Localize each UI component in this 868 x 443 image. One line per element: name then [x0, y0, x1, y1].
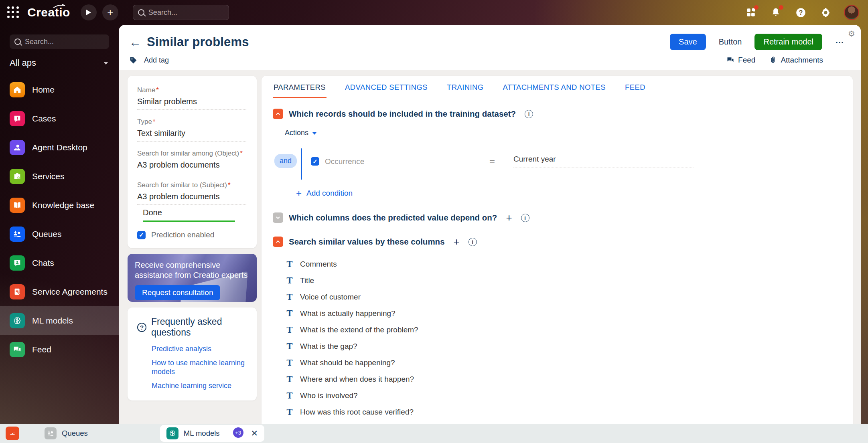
global-search-input[interactable] — [148, 8, 224, 17]
participant-avatars: +3 — [227, 427, 239, 439]
prediction-enabled-checkbox[interactable]: ✓ Prediction enabled — [137, 231, 247, 239]
retrain-model-button[interactable]: Retrain model — [754, 34, 822, 50]
save-button[interactable]: Save — [670, 34, 706, 50]
field-search-to[interactable]: Search for similar to (Subject)* A3 prob… — [137, 181, 247, 205]
text-type-icon: T — [286, 358, 293, 368]
column-item[interactable]: TComments — [286, 256, 842, 272]
column-item[interactable]: TWhat should be happening? — [286, 354, 842, 371]
section-title-similar-columns: Search similar values by these columns — [289, 237, 445, 247]
add-new-button[interactable]: + — [102, 4, 118, 20]
field-name-value[interactable]: Similar problems — [137, 94, 247, 110]
feed-bubbles-icon — [726, 56, 734, 64]
plus-icon: + — [296, 188, 302, 199]
field-name[interactable]: Name* Similar problems — [137, 86, 247, 110]
bottom-taskbar: Queues ML models +3 ✕ — [0, 424, 868, 443]
column-item[interactable]: TTitle — [286, 272, 842, 289]
tab-advanced-settings[interactable]: ADVANCED SETTINGS — [344, 76, 428, 98]
sidebar: All aps Home Cases Agent Desktop Service… — [0, 25, 119, 424]
column-item[interactable]: TWho is involved? — [286, 387, 842, 404]
column-item[interactable]: TWhat is the extend of the problem? — [286, 322, 842, 338]
feed-link[interactable]: Feed — [726, 56, 755, 65]
text-type-icon: T — [286, 309, 293, 318]
marketplace-apps-button[interactable] — [744, 6, 757, 19]
condition-field-label[interactable]: Occurrence — [325, 157, 364, 166]
page-settings-gear-icon[interactable]: ⚙ — [848, 30, 855, 38]
column-item[interactable]: TWhat is actually happening? — [286, 305, 842, 322]
checkbox-checked-icon[interactable]: ✓ — [137, 231, 146, 239]
tab-parameters[interactable]: PARAMETERS — [273, 76, 327, 98]
knowledge-base-icon — [10, 198, 25, 213]
add-column-button[interactable]: + — [454, 237, 460, 247]
condition-checkbox[interactable]: ✓ — [311, 157, 319, 166]
queues-icon — [45, 427, 57, 439]
sidebar-item-services[interactable]: Services — [0, 162, 119, 191]
field-search-to-value[interactable]: A3 problem documents — [137, 189, 247, 205]
column-item[interactable]: TWhat is the gap? — [286, 338, 842, 354]
back-button[interactable]: ← — [129, 35, 141, 49]
info-icon[interactable]: i — [468, 238, 477, 246]
sidebar-item-home[interactable]: Home — [0, 75, 119, 104]
sidebar-item-agent-desktop[interactable]: Agent Desktop — [0, 133, 119, 162]
faq-link-ml-service[interactable]: Machine learning service — [152, 381, 252, 390]
svg-text:?: ? — [799, 9, 803, 16]
actions-dropdown[interactable]: Actions — [285, 129, 842, 137]
more-actions-button[interactable]: … — [833, 35, 847, 49]
column-item[interactable]: THow was this root cause verified? — [286, 404, 842, 420]
column-item[interactable]: TVoice of customer — [286, 289, 842, 305]
add-condition-button[interactable]: + Add condition — [296, 188, 842, 199]
condition-value[interactable]: Current year — [513, 155, 694, 168]
field-search-among-value[interactable]: A3 problem documents — [137, 158, 247, 173]
sidebar-item-feed[interactable]: Feed — [0, 335, 119, 364]
sidebar-item-cases[interactable]: Cases — [0, 104, 119, 133]
comparator[interactable]: = — [489, 156, 513, 167]
tab-attachments-and-notes[interactable]: ATTACHMENTS AND NOTES — [502, 76, 606, 98]
required-asterisk: * — [240, 150, 243, 157]
field-type[interactable]: Type* Text similarity — [137, 118, 247, 142]
status-field[interactable]: Done — [143, 208, 247, 222]
field-type-value[interactable]: Text similarity — [137, 126, 247, 142]
app-launcher-icon[interactable] — [7, 6, 19, 18]
sidebar-item-knowledge-base[interactable]: Knowledge base — [0, 191, 119, 220]
collapse-section-button[interactable] — [273, 237, 283, 247]
settings-button[interactable] — [819, 6, 832, 19]
faq-card: ? Frequently asked questions Predictive … — [128, 307, 257, 401]
logical-operator-pill[interactable]: and — [274, 154, 297, 168]
section-title-training-dataset: Which records should be included in the … — [289, 109, 516, 119]
filter-condition-row: and ✓ Occurrence = Current year — [274, 148, 842, 180]
notifications-button[interactable] — [769, 6, 782, 19]
column-item[interactable]: TWhere and when does it happen? — [286, 371, 842, 387]
faq-link-how-to-use-ml-models[interactable]: How to use machine learning models — [152, 358, 252, 376]
divider — [29, 428, 29, 439]
sidebar-item-chats[interactable]: Chats — [0, 249, 119, 277]
user-avatar[interactable] — [844, 5, 859, 20]
info-icon[interactable]: i — [521, 214, 529, 222]
search-icon — [138, 9, 144, 16]
add-column-button[interactable]: + — [506, 212, 512, 223]
collapse-section-button[interactable] — [273, 109, 283, 119]
info-icon[interactable]: i — [525, 110, 533, 118]
field-search-among[interactable]: Search for similar among (Object)* A3 pr… — [137, 150, 247, 173]
play-icon — [86, 9, 91, 16]
sidebar-search[interactable] — [10, 34, 109, 49]
generic-button[interactable]: Button — [716, 34, 744, 50]
tab-training[interactable]: TRAINING — [446, 76, 485, 98]
sidebar-search-input[interactable] — [25, 38, 104, 46]
add-tag-button[interactable]: Add tag — [129, 56, 169, 65]
sidebar-item-ml-models[interactable]: ML models — [0, 306, 119, 335]
faq-link-predictive-analysis[interactable]: Predictive analysis — [152, 344, 252, 354]
creatio-taskbar-icon[interactable] — [6, 427, 19, 440]
attachments-link[interactable]: Attachments — [769, 56, 823, 65]
taskbar-tab-queues[interactable]: Queues — [39, 425, 93, 442]
help-button[interactable]: ? — [794, 6, 807, 19]
sidebar-item-service-agreements[interactable]: Service Agreements — [0, 277, 119, 306]
close-tab-icon[interactable]: ✕ — [251, 429, 258, 438]
status-field-value[interactable]: Done — [143, 208, 235, 222]
global-search[interactable] — [133, 5, 229, 20]
taskbar-tab-ml-models[interactable]: ML models +3 ✕ — [160, 425, 264, 442]
tab-feed[interactable]: FEED — [624, 76, 646, 98]
request-consultation-button[interactable]: Request consultation — [135, 285, 220, 300]
expand-section-button[interactable] — [273, 212, 283, 223]
sidebar-item-queues[interactable]: Queues — [0, 220, 119, 249]
run-process-button[interactable] — [81, 4, 97, 20]
workspace-selector[interactable]: All aps — [10, 58, 108, 68]
